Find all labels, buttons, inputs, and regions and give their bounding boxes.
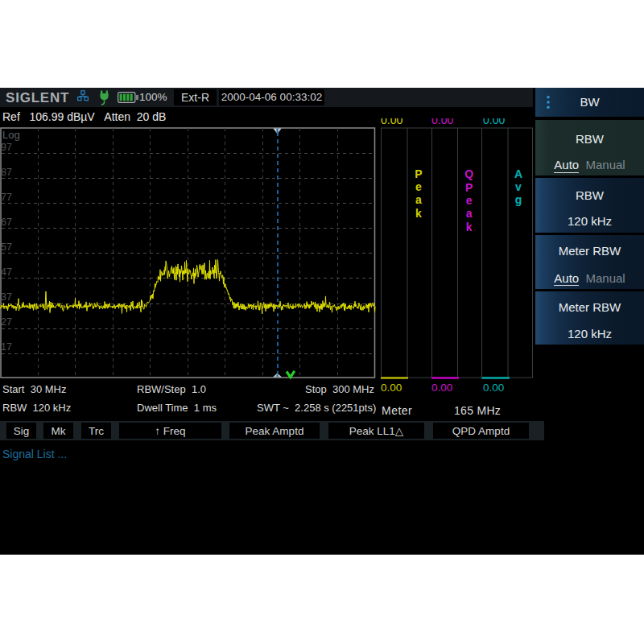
svg-text:Q: Q [464,167,473,180]
svg-text:67: 67 [1,217,12,228]
svg-text:37: 37 [1,291,12,303]
svg-text:g: g [515,193,522,206]
svg-text:P: P [415,167,422,180]
svg-text:0.00: 0.00 [483,118,505,126]
svg-text:k: k [415,207,422,220]
svg-text:0.00: 0.00 [431,118,453,126]
svg-text:a: a [466,207,473,220]
svg-text:a: a [415,193,422,206]
svg-text:v: v [515,180,522,193]
svg-text:k: k [466,221,473,233]
svg-text:27: 27 [1,316,12,328]
svg-text:e: e [415,180,422,193]
svg-text:e: e [466,194,473,207]
svg-text:87: 87 [1,167,12,178]
svg-text:17: 17 [1,341,12,353]
svg-text:0.00: 0.00 [381,118,402,126]
svg-text:P: P [465,181,473,194]
svg-text:57: 57 [1,242,12,253]
svg-text:A: A [514,167,522,180]
svg-text:77: 77 [1,192,12,203]
svg-text:97: 97 [1,142,12,153]
svg-text:Log: Log [2,129,20,141]
svg-text:47: 47 [1,266,12,278]
